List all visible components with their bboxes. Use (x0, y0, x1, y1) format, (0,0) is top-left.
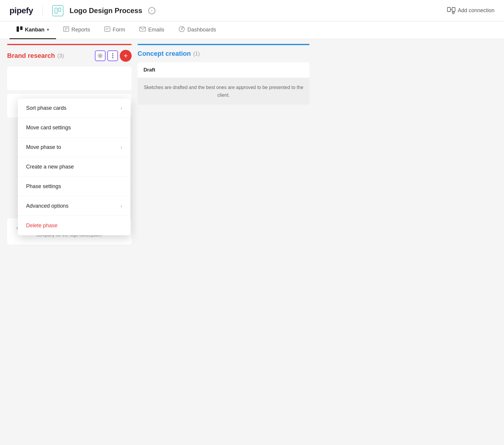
pipe-title: Logo Design Process (69, 7, 142, 15)
logo-text: pipefy (9, 6, 33, 15)
svg-rect-8 (17, 26, 19, 32)
svg-rect-0 (55, 8, 57, 13)
column-title-brand-research: Brand research (7, 52, 55, 60)
tab-emails-label: Emails (148, 27, 164, 33)
column-actions-brand-research: + (95, 50, 132, 62)
gear-icon (98, 53, 103, 58)
svg-point-23 (112, 57, 113, 58)
pipe-icon (52, 5, 63, 16)
svg-point-20 (99, 55, 101, 57)
nav-tabs: Kanban ▾ Reports Form (0, 21, 504, 39)
column-count-brand-research: (3) (57, 53, 64, 59)
menu-item-move-card-label: Move card settings (26, 125, 71, 131)
tab-dashboards[interactable]: Dashboards (171, 21, 223, 39)
dashboards-icon (178, 26, 185, 34)
column-brand-research: Brand research (3) (7, 46, 132, 438)
main-content: Brand research (3) (0, 39, 504, 445)
top-header: pipefy Logo Design Process i Add connect… (0, 0, 504, 21)
add-connection-button[interactable]: Add connection (447, 7, 495, 14)
info-icon[interactable]: i (148, 7, 155, 14)
menu-item-sort-label: Sort phase cards (26, 105, 66, 111)
menu-item-create-new-phase[interactable]: Create a new phase (18, 157, 130, 177)
column-top-line-blue (138, 44, 310, 45)
tab-dashboards-label: Dashboards (187, 27, 216, 33)
advanced-chevron-icon: › (121, 204, 122, 209)
move-phase-chevron-icon: › (121, 145, 122, 150)
svg-point-19 (181, 28, 182, 30)
svg-rect-1 (58, 8, 61, 12)
tab-reports-label: Reports (71, 27, 90, 33)
column-count-concept-creation: (1) (193, 51, 200, 57)
tab-kanban[interactable]: Kanban ▾ (9, 21, 56, 39)
menu-item-advanced-label: Advanced options (26, 203, 68, 209)
dots-icon (112, 53, 114, 58)
menu-item-delete-phase[interactable]: Delete phase (18, 216, 130, 235)
context-menu: Sort phase cards › Move card settings Mo… (18, 98, 130, 235)
menu-item-phase-settings-label: Phase settings (26, 183, 61, 190)
svg-rect-14 (105, 27, 110, 31)
sort-chevron-icon: › (121, 106, 122, 111)
tab-reports[interactable]: Reports (56, 21, 97, 39)
column-top-line-red (7, 44, 132, 45)
header-divider (42, 5, 43, 16)
svg-rect-3 (452, 7, 455, 12)
column-title-concept-creation: Concept creation (138, 50, 191, 58)
gear-button[interactable] (95, 50, 106, 61)
menu-item-move-card-settings[interactable]: Move card settings (18, 118, 130, 138)
reports-icon (63, 26, 69, 33)
tab-kanban-label: Kanban (25, 27, 44, 33)
column-header-brand-research: Brand research (3) (7, 50, 132, 62)
tab-emails[interactable]: Emails (132, 21, 171, 39)
form-icon (104, 26, 110, 33)
menu-item-phase-settings[interactable]: Phase settings (18, 177, 130, 196)
kanban-caret-icon: ▾ (47, 27, 49, 32)
draft-card-body: Sketches are drafted and the best ones a… (138, 78, 310, 105)
menu-item-advanced-options[interactable]: Advanced options › (18, 196, 130, 216)
svg-point-21 (112, 53, 113, 55)
svg-point-22 (112, 55, 113, 56)
add-connection-label: Add connection (458, 7, 495, 14)
kanban-area: Brand research (3) (0, 39, 504, 445)
menu-item-move-phase-label: Move phase to (26, 144, 61, 150)
emails-icon (139, 27, 146, 33)
draft-card-header: Draft (138, 62, 310, 78)
tab-form[interactable]: Form (97, 21, 132, 39)
tab-form-label: Form (113, 27, 125, 33)
draft-card: Draft Sketches are drafted and the best … (138, 62, 310, 105)
logo: pipefy (9, 6, 33, 15)
mini-card-1 (7, 66, 132, 90)
column-concept-creation: Concept creation (1) Draft Sketches are … (138, 46, 310, 438)
svg-rect-2 (447, 7, 450, 12)
menu-item-delete-label: Delete phase (26, 223, 58, 229)
svg-rect-9 (20, 26, 23, 30)
column-header-concept-creation: Concept creation (1) (138, 50, 310, 58)
menu-item-move-phase-to[interactable]: Move phase to › (18, 138, 130, 157)
add-card-button[interactable]: + (120, 50, 132, 62)
kanban-icon (17, 26, 23, 33)
menu-item-create-label: Create a new phase (26, 164, 74, 170)
menu-item-sort-phase-cards[interactable]: Sort phase cards › (18, 98, 130, 118)
dots-button[interactable] (107, 50, 118, 61)
